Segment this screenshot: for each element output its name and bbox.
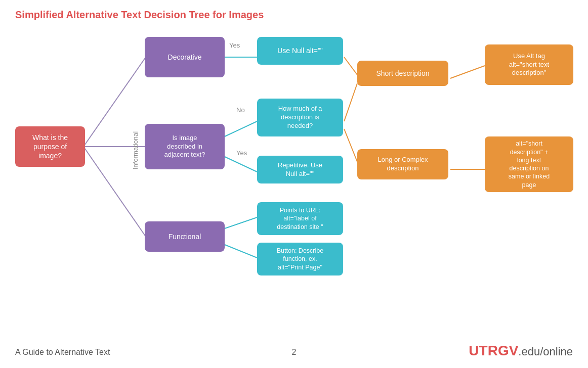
footer-logo: UTRGV.edu/online	[469, 343, 573, 359]
footer-edu: .edu/online	[518, 345, 573, 358]
use-alt-tag-node: Use Alt tag alt="short text description"	[485, 44, 573, 85]
points-url-node: Points to URL: alt="label of destination…	[257, 202, 343, 235]
svg-line-5	[225, 157, 257, 172]
svg-line-9	[344, 83, 357, 121]
no1-label: No	[236, 106, 245, 114]
short-desc-node: Short description	[357, 61, 448, 86]
functional-node: Functional	[145, 221, 225, 252]
yes2-label: Yes	[236, 149, 247, 157]
repetitive-node: Repetitive. Use Null alt=""	[257, 156, 343, 183]
svg-line-10	[344, 129, 357, 162]
svg-line-4	[225, 121, 257, 136]
decorative-node: Decorative	[145, 37, 225, 77]
page-title: Simplified Alternative Text Decision Tre…	[15, 9, 264, 21]
how-much-node: How much of a description is needed?	[257, 99, 343, 136]
alt-long-node: alt="short description" + long text desc…	[485, 136, 573, 192]
footer-rgv: RGV	[488, 343, 519, 358]
svg-line-11	[450, 66, 485, 78]
informational-label: Informational	[132, 131, 139, 169]
footer-page-number: 2	[292, 348, 297, 357]
long-desc-node: Long or Complex description	[357, 149, 448, 179]
informational-node: Is image described in adjacent text?	[145, 124, 225, 169]
svg-line-7	[225, 245, 257, 258]
svg-line-6	[225, 217, 257, 228]
null-alt-node: Use Null alt=""	[257, 37, 343, 65]
yes1-label: Yes	[229, 41, 240, 49]
purpose-node: What is the purpose of image?	[15, 126, 85, 167]
button-desc-node: Button: Describe function, ex. alt="Prin…	[257, 243, 343, 275]
footer-ut: UT	[469, 343, 487, 358]
footer-guide-text: A Guide to Alternative Text	[15, 348, 110, 357]
svg-line-8	[344, 57, 357, 75]
